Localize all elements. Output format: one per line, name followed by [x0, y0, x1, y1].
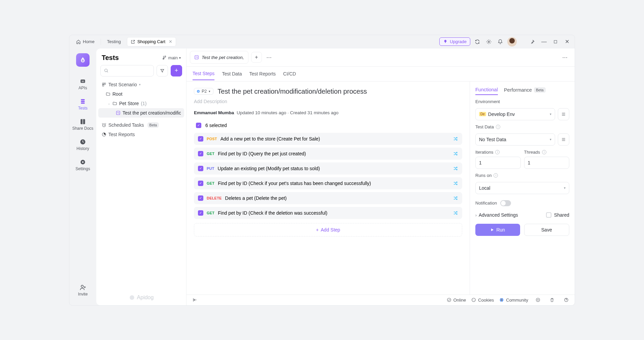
- new-tab-button[interactable]: +: [251, 52, 262, 63]
- step-flow-icon[interactable]: [453, 195, 458, 201]
- status-community[interactable]: Community: [499, 298, 528, 303]
- chevron-down-icon: ▾: [550, 137, 551, 141]
- priority-badge[interactable]: P2 ▾: [194, 88, 213, 95]
- step-flow-icon[interactable]: [453, 166, 458, 171]
- shared-checkbox[interactable]: Shared: [546, 212, 569, 218]
- step-title: Deletes a pet (Delete the pet): [225, 195, 449, 201]
- nav-history[interactable]: History: [71, 136, 95, 153]
- chevron-down-icon: ▾: [564, 186, 566, 190]
- close-window-icon[interactable]: ✕: [563, 37, 571, 46]
- add-test-button[interactable]: +: [171, 65, 182, 76]
- runson-label: Runs oni: [475, 173, 569, 178]
- test-step[interactable]: ✓ PUT Update an existing pet (Modify pet…: [194, 162, 462, 175]
- info-icon[interactable]: i: [494, 173, 498, 178]
- nav-invite[interactable]: Invite: [71, 282, 95, 299]
- testdata-label: Test Datai: [475, 124, 569, 129]
- status-online[interactable]: Online: [447, 298, 466, 303]
- nav-tests[interactable]: Tests: [71, 96, 95, 113]
- test-step[interactable]: ✓ POST Add a new pet to the store (Creat…: [194, 133, 462, 145]
- tab-test-data[interactable]: Test Data: [222, 71, 242, 80]
- upgrade-button[interactable]: Upgrade: [439, 37, 470, 46]
- page-title[interactable]: Test the pet creation/modification/delet…: [217, 88, 367, 95]
- document-tab[interactable]: TS Test the pet creation,: [190, 51, 248, 64]
- nav-share-docs[interactable]: Share Docs: [71, 116, 95, 133]
- nav-settings[interactable]: Settings: [71, 156, 95, 173]
- app-logo[interactable]: [76, 53, 90, 67]
- collapse-sidebar-button[interactable]: [191, 296, 199, 304]
- step-checkbox[interactable]: ✓: [198, 181, 203, 186]
- info-icon[interactable]: i: [542, 150, 546, 154]
- env-list-button[interactable]: [558, 108, 569, 120]
- workspace-tab[interactable]: Testing: [104, 37, 124, 47]
- testdata-select[interactable]: No Test Data ▾: [475, 133, 555, 146]
- iterations-input[interactable]: 1: [475, 157, 521, 169]
- testdata-list-button[interactable]: [558, 133, 569, 146]
- svg-rect-4: [81, 99, 85, 100]
- trash-footer-button[interactable]: [548, 296, 556, 304]
- tab-performance[interactable]: Performance Beta: [504, 87, 546, 95]
- add-step-button[interactable]: + Add Step: [194, 223, 462, 237]
- home-tab[interactable]: Home: [73, 37, 98, 47]
- advanced-settings-toggle[interactable]: ›Advanced Settings: [475, 212, 518, 218]
- runson-select[interactable]: Local ▾: [475, 182, 569, 194]
- gear-icon[interactable]: [484, 37, 493, 46]
- notification-toggle[interactable]: [500, 200, 511, 206]
- save-button[interactable]: Save: [524, 224, 570, 236]
- ts-icon: TS: [116, 111, 121, 115]
- env-select[interactable]: De Develop Env ▾: [475, 108, 555, 120]
- step-checkbox[interactable]: ✓: [198, 166, 203, 171]
- step-flow-icon[interactable]: [453, 151, 458, 156]
- tab-functional[interactable]: Functional: [475, 87, 498, 95]
- test-step[interactable]: ✓ GET Find pet by ID (Check if the delet…: [194, 207, 462, 219]
- select-all-checkbox[interactable]: ✓: [196, 123, 201, 128]
- step-checkbox[interactable]: ✓: [198, 195, 203, 201]
- minimize-icon[interactable]: —: [540, 37, 548, 46]
- svg-point-19: [130, 295, 134, 300]
- info-icon[interactable]: i: [496, 125, 500, 129]
- bell-icon[interactable]: [496, 37, 505, 46]
- threads-input[interactable]: 1: [524, 157, 570, 169]
- tree-folder-petstore[interactable]: ⌄ Pet Store (1): [98, 99, 184, 108]
- svg-point-0: [488, 41, 489, 42]
- tab-overflow-button[interactable]: ⋯: [265, 53, 273, 62]
- test-scenario-header[interactable]: Test Scenario ▾: [98, 80, 184, 89]
- step-checkbox[interactable]: ✓: [198, 210, 203, 216]
- description-placeholder[interactable]: Add Description: [194, 99, 462, 104]
- refresh-icon[interactable]: [473, 37, 482, 46]
- tree-root[interactable]: Root: [98, 89, 184, 99]
- add-footer-button[interactable]: [534, 296, 542, 304]
- branch-selector[interactable]: main ▾: [162, 55, 181, 60]
- run-button[interactable]: Run: [475, 224, 520, 236]
- tab-cicd[interactable]: CI/CD: [283, 71, 296, 80]
- status-cookies[interactable]: Cookies: [471, 298, 494, 303]
- step-flow-icon[interactable]: [453, 181, 458, 186]
- svg-rect-6: [81, 102, 85, 103]
- help-footer-button[interactable]: [562, 296, 571, 304]
- info-icon[interactable]: i: [495, 150, 500, 154]
- search-input[interactable]: [100, 65, 154, 76]
- scheduled-tasks[interactable]: Scheduled Tasks Beta: [98, 120, 184, 130]
- active-app-tab[interactable]: Shopping Cart ✕: [127, 37, 176, 47]
- more-menu-button[interactable]: ⋯: [561, 53, 569, 62]
- chevron-down-icon: ▾: [179, 56, 181, 60]
- avatar[interactable]: [507, 37, 517, 47]
- maximize-icon[interactable]: [551, 37, 560, 46]
- close-tab-icon[interactable]: ✕: [169, 39, 172, 44]
- step-flow-icon[interactable]: [453, 136, 458, 142]
- tab-test-steps[interactable]: Test Steps: [193, 71, 214, 80]
- nav-apis[interactable]: 96 APIs: [71, 75, 95, 92]
- step-checkbox[interactable]: ✓: [198, 136, 203, 142]
- filter-button[interactable]: [157, 65, 168, 76]
- tab-test-reports[interactable]: Test Reports: [249, 71, 276, 80]
- test-step[interactable]: ✓ GET Find pet by ID (Check if your pet'…: [194, 177, 462, 189]
- tree-test-item[interactable]: TS Test the pet creation/modific: [98, 108, 184, 118]
- step-checkbox[interactable]: ✓: [198, 151, 203, 156]
- test-reports-nav[interactable]: Test Reports: [98, 130, 184, 139]
- invite-icon: [79, 284, 87, 291]
- test-step[interactable]: ✓ GET Find pet by ID (Query the pet just…: [194, 148, 462, 160]
- notification-label: Notification: [475, 200, 497, 206]
- pin-icon[interactable]: [528, 37, 537, 46]
- step-flow-icon[interactable]: [453, 210, 458, 216]
- test-step[interactable]: ✓ DELETE Deletes a pet (Delete the pet): [194, 192, 462, 204]
- selection-count: 6 selected: [205, 123, 227, 128]
